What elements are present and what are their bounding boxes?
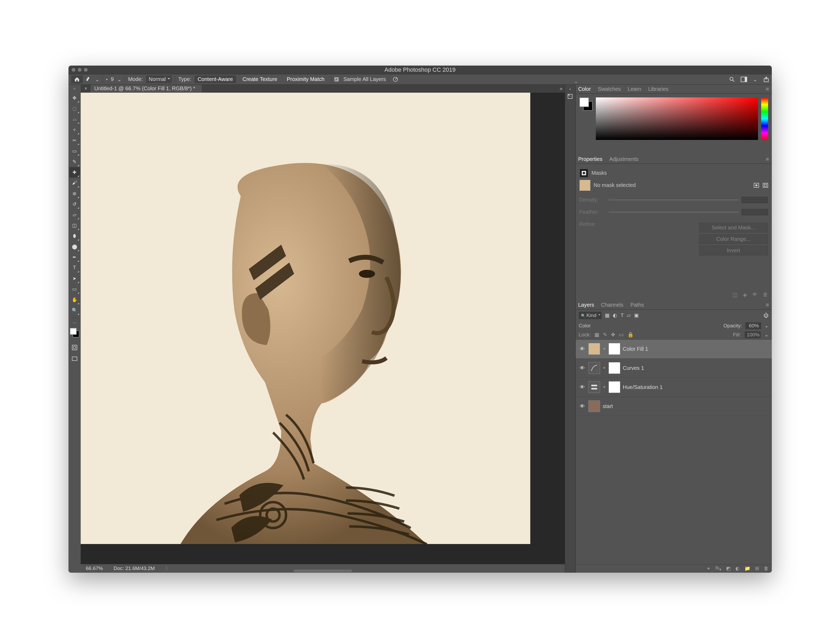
visibility-icon[interactable]: 👁 [579, 346, 586, 352]
filter-toggle-icon[interactable]: ⏻ [764, 312, 769, 318]
workspace-icon[interactable] [741, 76, 747, 82]
tab-channels[interactable]: Channels [601, 302, 624, 308]
lock-transparency-icon[interactable]: ▦ [595, 332, 599, 338]
move-tool[interactable]: ✥ [69, 93, 80, 103]
layer-fx-icon[interactable]: fx▾ [715, 565, 721, 572]
filter-type-icon[interactable]: T [621, 312, 624, 318]
pen-tool[interactable]: ✒ [69, 252, 80, 263]
tab-color[interactable]: Color [578, 86, 591, 92]
lock-artboard-icon[interactable]: ▭ [619, 332, 624, 338]
disable-mask-icon[interactable]: 👁 [752, 291, 758, 298]
lock-all-icon[interactable]: 🔒 [627, 332, 634, 338]
filter-shape-icon[interactable]: ▱ [627, 312, 631, 318]
hue-slider[interactable] [761, 97, 768, 140]
density-slider[interactable] [609, 199, 739, 201]
quickmask-icon[interactable] [69, 342, 80, 353]
crop-tool[interactable]: ✂ [69, 135, 80, 146]
panel-menu-icon[interactable]: ≡ [766, 156, 769, 162]
layer-row[interactable]: 👁⚭Curves 1 [576, 359, 772, 378]
zoom-tool[interactable]: 🔍 [69, 305, 80, 316]
vector-mask-icon[interactable] [763, 183, 768, 188]
color-swatch-toggle[interactable] [579, 97, 593, 111]
panel-menu-icon[interactable]: ≡ [766, 86, 769, 92]
select-and-mask-button[interactable]: Select and Mask... [699, 223, 768, 233]
zoom-level[interactable]: 66.67% [86, 565, 103, 572]
type-option-create-texture[interactable]: Create Texture [239, 75, 281, 83]
panel-collapse-icon[interactable]: « [569, 87, 571, 91]
chevron-down-icon[interactable]: ⌄ [753, 76, 758, 82]
visibility-icon[interactable]: 👁 [579, 384, 586, 390]
status-arrow-icon[interactable]: 〉 [165, 565, 171, 572]
visibility-icon[interactable]: 👁 [579, 403, 586, 409]
new-adjustment-icon[interactable]: ◐ [736, 565, 740, 572]
density-value[interactable] [742, 197, 768, 203]
layer-row[interactable]: 👁⚭Color Fill 1 [576, 340, 772, 359]
new-layer-icon[interactable]: ⊞ [755, 565, 759, 572]
add-mask-icon[interactable]: ◩ [726, 565, 731, 572]
horizontal-scrollbar[interactable] [294, 570, 352, 572]
dodge-tool[interactable]: ⬤ [69, 241, 80, 252]
tab-learn[interactable]: Learn [628, 86, 641, 92]
chevron-down-icon[interactable]: ⌄ [764, 332, 769, 338]
tab-layers[interactable]: Layers [578, 302, 594, 308]
chevron-down-icon[interactable]: ⌄ [764, 323, 769, 329]
link-layers-icon[interactable]: ⚭ [706, 565, 711, 572]
tab-adjustments[interactable]: Adjustments [609, 156, 639, 162]
zoom-window-icon[interactable] [84, 68, 88, 72]
minimize-window-icon[interactable] [78, 68, 82, 72]
blend-mode-dropdown[interactable]: Color [579, 323, 720, 329]
clone-tool[interactable]: ⊛ [69, 188, 80, 199]
doc-size[interactable]: Doc: 21.6M/43.2M [114, 565, 155, 572]
panel-collapse-icon[interactable]: « [575, 80, 577, 84]
brush-size-value[interactable]: 9 [111, 76, 114, 82]
delete-layer-icon[interactable]: 🗑 [764, 566, 769, 572]
apply-mask-icon[interactable]: ◈ [743, 291, 747, 298]
invert-button[interactable]: Invert [699, 245, 768, 255]
eraser-tool[interactable]: ▱ [69, 209, 80, 220]
tab-overflow-icon[interactable]: » [559, 85, 562, 92]
search-icon[interactable] [729, 76, 735, 82]
canvas[interactable] [81, 93, 530, 544]
type-tool[interactable]: T [69, 263, 80, 273]
quick-select-tool[interactable]: ✧ [69, 125, 80, 135]
tab-paths[interactable]: Paths [630, 302, 644, 308]
filter-pixel-icon[interactable]: ▦ [605, 312, 609, 318]
healing-tool[interactable]: ✚ [69, 167, 80, 177]
opacity-value[interactable]: 60% [745, 322, 761, 329]
mode-dropdown[interactable]: Normal [146, 75, 171, 83]
share-icon[interactable] [763, 76, 769, 82]
frame-tool[interactable]: ▭ [69, 146, 80, 157]
eyedropper-tool[interactable]: ✎ [69, 157, 80, 167]
lasso-tool[interactable]: ⌓ [69, 114, 80, 125]
rectangle-tool[interactable]: ▭ [69, 284, 80, 294]
gradient-tool[interactable]: ◫ [69, 220, 80, 231]
close-window-icon[interactable] [72, 68, 75, 72]
lock-position-icon[interactable]: ✥ [611, 332, 615, 338]
lock-image-icon[interactable]: ✎ [603, 332, 607, 338]
visibility-icon[interactable]: 👁 [579, 365, 586, 371]
brush-tool[interactable]: 🖌 [69, 177, 80, 188]
marquee-tool[interactable]: ◌ [69, 103, 80, 114]
more-tools-icon[interactable]: ⋯ [73, 320, 77, 325]
pressure-icon[interactable] [393, 76, 398, 82]
type-option-content-aware[interactable]: Content-Aware [194, 75, 236, 83]
filter-smart-icon[interactable]: ▣ [634, 312, 639, 318]
tool-preset-icon[interactable] [86, 76, 92, 82]
layer-row[interactable]: 👁start [576, 397, 772, 416]
new-group-icon[interactable]: 📁 [744, 565, 750, 572]
filter-adjust-icon[interactable]: ◐ [613, 312, 617, 318]
chevron-down-icon[interactable]: ⌄ [117, 76, 122, 82]
history-panel-icon[interactable] [565, 91, 575, 102]
panel-menu-icon[interactable]: ≡ [766, 302, 769, 308]
color-spectrum[interactable] [596, 97, 758, 140]
type-option-proximity[interactable]: Proximity Match [284, 75, 328, 83]
feather-slider[interactable] [609, 212, 739, 213]
color-swatches[interactable] [70, 328, 79, 337]
chevron-down-icon[interactable]: ⌄ [95, 76, 99, 82]
tab-libraries[interactable]: Libraries [648, 86, 669, 92]
close-tab-icon[interactable]: × [84, 85, 88, 92]
layer-filter-dropdown[interactable]: Kind [579, 312, 602, 319]
tab-swatches[interactable]: Swatches [598, 86, 621, 92]
screenmode-icon[interactable] [69, 354, 80, 364]
panel-expand-icon[interactable]: » [74, 86, 76, 90]
